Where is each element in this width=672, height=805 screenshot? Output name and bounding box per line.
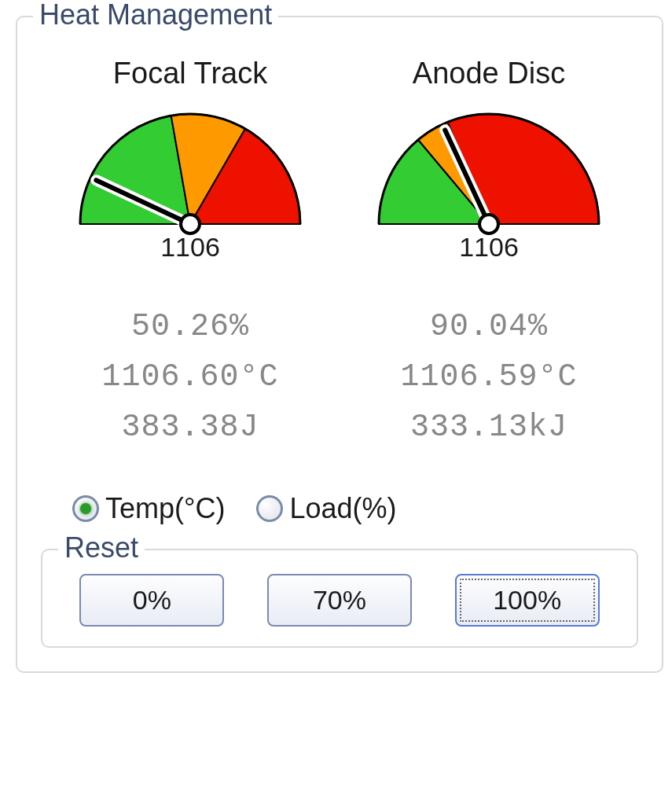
stats-anode: 90.04% 1106.59°C 333.13kJ (355, 302, 622, 453)
radio-label: Temp(°C) (105, 492, 225, 525)
stats-row: 50.26% 1106.60°C 383.38J 90.04% 1106.59°… (41, 302, 638, 453)
gauge-value: 1106 (57, 232, 324, 263)
radio-load[interactable]: Load(%) (256, 492, 396, 525)
stat-percent: 90.04% (355, 302, 622, 352)
gauge-title: Focal Track (57, 57, 324, 90)
panel-title: Heat Management (33, 0, 278, 31)
gauges-row: Focal Track 1106 Anode Disc 1106 (41, 57, 638, 263)
reset-100-button[interactable]: 100% (455, 574, 600, 627)
heat-management-panel: Heat Management Focal Track 1106 Anode D… (16, 16, 663, 673)
gauge-anode-disc: Anode Disc 1106 (355, 57, 622, 263)
stats-focal: 50.26% 1106.60°C 383.38J (57, 302, 324, 453)
stat-temp: 1106.59°C (355, 352, 622, 402)
reset-0-button[interactable]: 0% (79, 574, 224, 627)
reset-70-button[interactable]: 70% (267, 574, 412, 627)
stat-temp: 1106.60°C (57, 352, 324, 402)
stat-energy: 383.38J (57, 402, 324, 453)
svg-point-2 (181, 215, 200, 233)
reset-panel: Reset 0% 70% 100% (41, 549, 638, 648)
gauge-title: Anode Disc (355, 57, 622, 90)
reset-buttons-row: 0% 70% 100% (58, 574, 621, 627)
gauge-focal-track: Focal Track 1106 (57, 57, 324, 263)
radio-icon (72, 495, 99, 522)
svg-point-5 (479, 215, 498, 233)
stat-percent: 50.26% (57, 302, 324, 352)
stat-energy: 333.13kJ (355, 402, 622, 453)
reset-title: Reset (58, 531, 145, 564)
radio-icon (256, 495, 283, 522)
gauge-value: 1106 (355, 232, 622, 263)
radio-temp[interactable]: Temp(°C) (72, 492, 225, 525)
radio-label: Load(%) (289, 492, 396, 525)
mode-radio-group: Temp(°C) Load(%) (72, 492, 638, 525)
